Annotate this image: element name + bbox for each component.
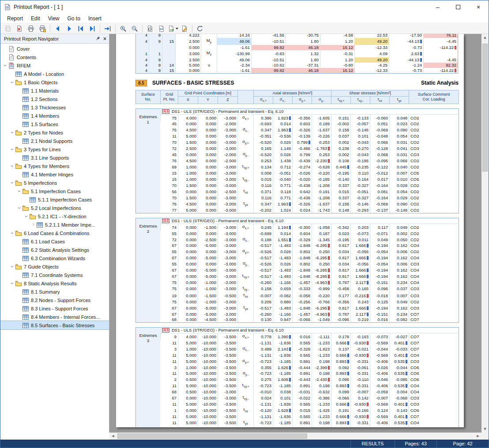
zoom-out-button[interactable]: [129, 24, 140, 34]
back-button[interactable]: [53, 24, 63, 34]
goto-page-button[interactable]: [102, 24, 113, 34]
value-scale-blue-mark: [367, 269, 369, 272]
first-page-button[interactable]: [75, 24, 86, 34]
tree-item-1-4-members[interactable]: 1.4 Members: [0, 112, 109, 120]
tree-item-8-3-lines-support-forces[interactable]: 8.3 Lines - Support Forces: [0, 304, 109, 313]
tree-item-5-2-1-1-member-impe[interactable]: 5.2.1.1 Member Impe...: [0, 220, 109, 229]
chevron-down-icon[interactable]: [9, 265, 15, 269]
tree-item-label: 8.5 Surfaces - Basic Stresses: [31, 323, 94, 328]
print-batch-button[interactable]: [37, 24, 48, 34]
scroll-up-icon[interactable]: ▲: [481, 34, 489, 41]
tree-item-1-2-sections[interactable]: 1.2 Sections: [0, 95, 109, 103]
edit-mode-button[interactable]: [179, 24, 190, 34]
table-icon: [22, 238, 29, 245]
chevron-down-icon[interactable]: [9, 181, 15, 185]
tree-item-6-1-load-cases[interactable]: 6.1 Load Cases: [0, 237, 109, 246]
table-row: 764.5000.000-2.0000.2531.438-0.439-2.230…: [136, 158, 459, 164]
menu-edit[interactable]: Edit: [27, 15, 44, 22]
table-icon: [22, 322, 29, 329]
horizontal-scrollbar[interactable]: ◀ ▶: [109, 433, 481, 440]
tree-item-8-static-analysis-results[interactable]: 8 Static Analysis Results: [0, 279, 109, 287]
value-scale-red-mark: [367, 415, 369, 418]
tree-item-6-2-static-analysis-settings[interactable]: 6.2 Static Analysis Settings: [0, 246, 109, 254]
tree-item-1-3-thicknesses[interactable]: 1.3 Thicknesses: [0, 103, 109, 112]
tree-item-5-imperfections[interactable]: 5 Imperfections: [0, 179, 109, 187]
minimize-button[interactable]: –: [428, 0, 448, 14]
horizontal-scroll-thumb[interactable]: [117, 433, 307, 439]
chevron-down-icon[interactable]: [16, 189, 22, 194]
print-button[interactable]: [26, 24, 36, 34]
tree-item-rfem[interactable]: RFEM: [0, 61, 109, 70]
menu-report[interactable]: Report: [3, 15, 27, 22]
tree-item-5-1-1-imperfection-cases[interactable]: 5.1.1 Imperfection Cases: [0, 195, 109, 204]
value-scale-blue-mark: [406, 384, 407, 388]
dropdown-caret-icon[interactable]: [176, 28, 178, 30]
chevron-down-icon[interactable]: [23, 214, 29, 219]
chevron-down-icon[interactable]: [9, 131, 15, 135]
vertical-scroll-thumb[interactable]: [482, 44, 488, 172]
menu-go-to[interactable]: Go to: [64, 15, 84, 22]
col-header-surface-no: SurfaceNo.: [136, 90, 161, 104]
scroll-right-icon[interactable]: ▶: [474, 433, 481, 440]
tree-item-8-2-nodes-support-forces[interactable]: 8.2 Nodes - Support Forces: [0, 296, 109, 304]
chevron-down-icon[interactable]: [9, 281, 15, 286]
table-row: 701.5000.000-3.000σy,+-0.5200.0260.7990.…: [136, 139, 459, 146]
chevron-down-icon[interactable]: [16, 206, 22, 210]
tree-item-1-1-materials[interactable]: 1.1 Materials: [0, 86, 109, 95]
tree-item-8-4-members-internal-forces[interactable]: 8.4 Members - Internal Forces...: [0, 313, 109, 321]
chevron-down-icon[interactable]: [9, 164, 15, 168]
fit-page-button[interactable]: [145, 24, 155, 34]
maximize-button[interactable]: [448, 0, 468, 14]
close-button[interactable]: ×: [468, 0, 489, 14]
close-navigator-icon[interactable]: ×: [103, 36, 106, 42]
tree-item-4-1-member-hinges[interactable]: 4.1 Member Hinges: [0, 170, 109, 179]
tree-item-cover[interactable]: Cover: [0, 45, 109, 53]
tree-item-2-1-nodal-supports[interactable]: 2.1 Nodal Supports: [0, 137, 109, 145]
print-preview-button[interactable]: [3, 24, 13, 34]
members-internal-forces-table: 494.22214.16-41.56-30.75-4.5822.53-17.50…: [135, 34, 462, 74]
tree-item-2-types-for-nodes[interactable]: 2 Types for Nodes: [0, 128, 109, 137]
refresh-button[interactable]: [195, 24, 205, 34]
chevron-down-icon[interactable]: [9, 80, 15, 85]
value-scale-blue-mark: [289, 409, 291, 412]
table-row: 0.000-1.6199.8246.1816.12-12.33-0.73-114…: [136, 45, 458, 50]
tree-item-4-types-for-members[interactable]: 4 Types for Members: [0, 162, 109, 170]
uls-badge-icon: ULS: [162, 219, 169, 223]
tree-item-6-3-combination-wizards[interactable]: 6.3 Combination Wizards: [0, 254, 109, 262]
extremes-group-3: ULSDS1 - ULS (STR/GEO) - Permanent and t…: [135, 327, 459, 427]
menu-view[interactable]: View: [44, 15, 64, 22]
tree-item-7-guide-objects[interactable]: 7 Guide Objects: [0, 262, 109, 271]
tree-item-1-5-surfaces[interactable]: 1.5 Surfaces: [0, 120, 109, 128]
chevron-down-icon[interactable]: [9, 231, 15, 235]
chevron-down-icon[interactable]: [9, 147, 15, 152]
fit-width-button[interactable]: [156, 24, 167, 34]
chevron-right-icon[interactable]: [30, 223, 36, 227]
tree-item-5-2-1-ic1-y-direction[interactable]: 5.2.1 IC1 - -Y-direction: [0, 212, 109, 220]
tree-item-3-types-for-lines[interactable]: 3 Types for Lines: [0, 145, 109, 153]
delete-report-button[interactable]: [14, 24, 25, 34]
last-page-button[interactable]: [87, 24, 98, 34]
vertical-scrollbar[interactable]: ▲ ▼: [481, 34, 489, 433]
tree-item-5-2-local-imperfections[interactable]: 5.2 Local Imperfections: [0, 204, 109, 212]
forward-button[interactable]: [64, 24, 75, 34]
tree-item-8-5-surfaces-basic-stresses[interactable]: 8.5 Surfaces - Basic Stresses: [0, 321, 109, 329]
tree-item-3-1-line-supports[interactable]: 3.1 Line Supports: [0, 153, 109, 162]
tree-item-1-basic-objects[interactable]: 1 Basic Objects: [0, 78, 109, 86]
export-button[interactable]: [168, 24, 178, 34]
chevron-down-icon[interactable]: [2, 63, 8, 68]
extremes-label: Extremes1: [136, 114, 161, 213]
tree-item-contents[interactable]: Contents: [0, 53, 109, 61]
pin-icon[interactable]: [95, 36, 101, 42]
tree-item-7-1-coordinate-systems[interactable]: 7.1 Coordinate Systems: [0, 271, 109, 279]
scroll-left-icon[interactable]: ◀: [109, 433, 117, 440]
tree-item-6-load-cases-combinations[interactable]: 6 Load Cases & Combinations: [0, 229, 109, 237]
zoom-in-button[interactable]: [118, 24, 128, 34]
tree-item-8-1-summary[interactable]: 8.1 Summary: [0, 287, 109, 296]
menu-insert[interactable]: Insert: [84, 15, 105, 22]
report-view: 494.22214.16-41.56-30.75-4.5822.53-17.50…: [109, 34, 481, 433]
scroll-down-icon[interactable]: ▼: [481, 426, 489, 433]
table-icon: [22, 314, 29, 321]
tree-item-a-model-location[interactable]: A Model - Location: [0, 70, 109, 78]
tree-item-5-1-imperfection-cases[interactable]: 5.1 Imperfection Cases: [0, 187, 109, 195]
table-row: 115.000-10.000-3.500σy,--0.723-1.1850.89…: [136, 370, 459, 377]
